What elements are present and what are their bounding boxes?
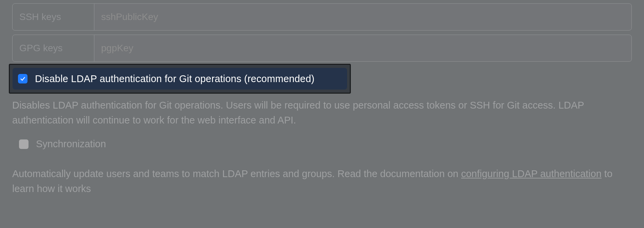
configuring-ldap-link[interactable]: configuring LDAP authentication — [461, 168, 602, 179]
ssh-keys-input[interactable] — [94, 4, 631, 30]
ssh-keys-label: SSH keys — [13, 4, 94, 30]
checkmark-icon — [20, 76, 26, 82]
synchronization-row[interactable]: Synchronization — [19, 138, 106, 150]
gpg-keys-label: GPG keys — [13, 35, 94, 61]
disable-ldap-checkbox[interactable] — [18, 74, 27, 83]
synchronization-label: Synchronization — [36, 138, 106, 150]
synchronization-checkbox[interactable] — [19, 139, 29, 149]
disable-ldap-highlight-frame: Disable LDAP authentication for Git oper… — [9, 64, 351, 94]
gpg-keys-input[interactable] — [94, 35, 631, 61]
disable-ldap-label: Disable LDAP authentication for Git oper… — [35, 73, 315, 84]
disable-ldap-row[interactable]: Disable LDAP authentication for Git oper… — [13, 68, 347, 90]
disable-ldap-description: Disables LDAP authentication for Git ope… — [12, 98, 624, 128]
ssh-keys-field-row: SSH keys — [12, 3, 632, 31]
ldap-settings-page: SSH keys GPG keys Disables LDAP authenti… — [0, 0, 644, 228]
sync-description-text-1: Automatically update users and teams to … — [12, 168, 461, 179]
gpg-keys-field-row: GPG keys — [12, 35, 632, 62]
synchronization-description: Automatically update users and teams to … — [12, 166, 624, 196]
